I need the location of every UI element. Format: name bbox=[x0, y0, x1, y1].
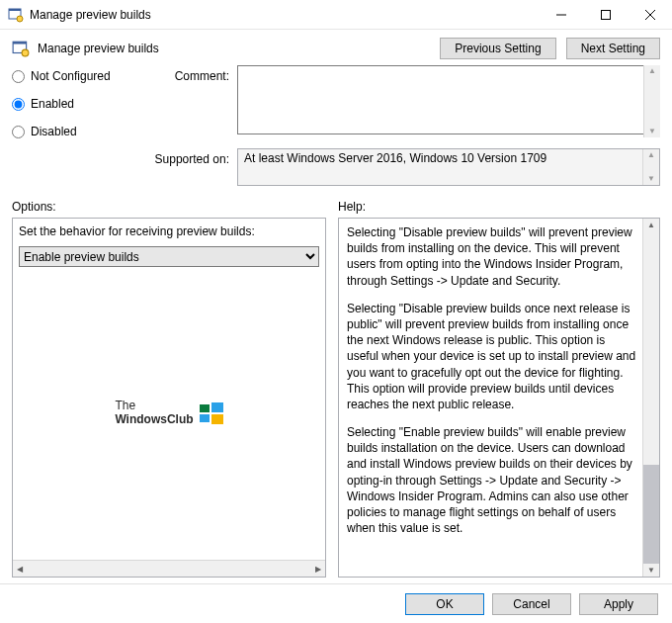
dialog-footer: OK Cancel Apply bbox=[0, 583, 672, 623]
svg-point-9 bbox=[22, 49, 29, 56]
radio-disabled-input[interactable] bbox=[12, 126, 25, 138]
maximize-button[interactable] bbox=[583, 0, 628, 29]
comment-scrollbar[interactable]: ▲▼ bbox=[643, 65, 660, 137]
radio-not-configured-label: Not Configured bbox=[31, 69, 111, 83]
titlebar: Manage preview builds bbox=[0, 0, 672, 30]
supported-on-field: At least Windows Server 2016, Windows 10… bbox=[237, 148, 660, 186]
help-pane: Selecting "Disable preview builds" will … bbox=[338, 218, 660, 578]
supported-on-label: Supported on: bbox=[134, 148, 231, 186]
comment-textarea[interactable] bbox=[237, 65, 660, 134]
supported-on-text: At least Windows Server 2016, Windows 10… bbox=[244, 151, 546, 165]
help-paragraph-1: Selecting "Disable preview builds" will … bbox=[347, 224, 639, 289]
minimize-button[interactable] bbox=[539, 0, 583, 29]
help-scrollbar[interactable]: ▲ ▼ bbox=[642, 219, 659, 577]
next-setting-button[interactable]: Next Setting bbox=[566, 38, 660, 59]
previous-setting-button[interactable]: Previous Setting bbox=[440, 38, 555, 59]
options-h-scrollbar[interactable]: ◀▶ bbox=[13, 560, 325, 577]
radio-disabled[interactable]: Disabled bbox=[12, 125, 128, 138]
svg-point-2 bbox=[17, 16, 23, 22]
watermark-line2: WindowsClub bbox=[115, 413, 193, 426]
policy-icon bbox=[12, 40, 30, 57]
help-paragraph-2: Selecting "Disable preview builds once n… bbox=[347, 301, 639, 412]
svg-rect-13 bbox=[211, 414, 223, 424]
options-label: Options: bbox=[12, 200, 338, 214]
comment-label: Comment: bbox=[134, 65, 231, 137]
svg-rect-4 bbox=[601, 10, 610, 19]
radio-enabled-input[interactable] bbox=[12, 98, 25, 111]
svg-rect-1 bbox=[9, 9, 21, 11]
policy-title: Manage preview builds bbox=[38, 42, 432, 55]
options-pane: Set the behavior for receiving preview b… bbox=[12, 218, 326, 578]
radio-not-configured-input[interactable] bbox=[12, 70, 25, 83]
close-button[interactable] bbox=[628, 0, 672, 29]
header: Manage preview builds Previous Setting N… bbox=[0, 30, 672, 65]
svg-rect-10 bbox=[200, 404, 210, 412]
behavior-dropdown[interactable]: Enable preview builds bbox=[19, 246, 319, 267]
behavior-label: Set the behavior for receiving preview b… bbox=[19, 224, 319, 238]
help-paragraph-3: Selecting "Enable preview builds" will e… bbox=[347, 424, 639, 536]
windows-logo-icon bbox=[200, 401, 223, 425]
help-label: Help: bbox=[338, 200, 366, 214]
radio-enabled[interactable]: Enabled bbox=[12, 97, 128, 111]
state-radio-group: Not Configured Enabled Disabled bbox=[12, 65, 128, 138]
supported-scrollbar[interactable]: ▲▼ bbox=[642, 149, 659, 185]
cancel-button[interactable]: Cancel bbox=[492, 593, 571, 615]
svg-rect-11 bbox=[211, 402, 223, 412]
ok-button[interactable]: OK bbox=[405, 593, 484, 615]
window-title: Manage preview builds bbox=[30, 8, 539, 22]
svg-rect-8 bbox=[13, 42, 27, 44]
radio-disabled-label: Disabled bbox=[31, 125, 77, 138]
svg-rect-12 bbox=[200, 414, 210, 422]
watermark: The WindowsClub bbox=[19, 267, 319, 559]
apply-button[interactable]: Apply bbox=[579, 593, 658, 615]
watermark-line1: The bbox=[115, 400, 193, 412]
radio-not-configured[interactable]: Not Configured bbox=[12, 69, 128, 83]
policy-icon bbox=[8, 7, 24, 23]
radio-enabled-label: Enabled bbox=[31, 97, 74, 111]
